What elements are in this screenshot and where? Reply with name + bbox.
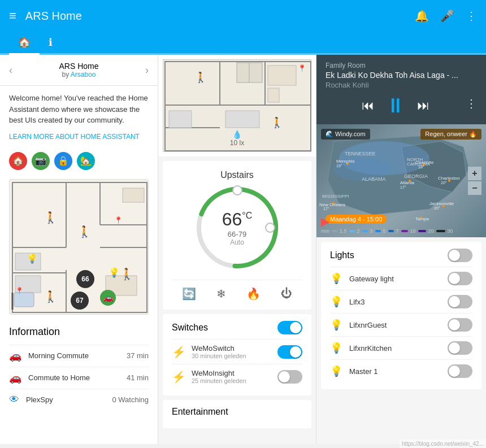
lifx3-label: Lifx3 <box>349 298 448 306</box>
ars-subtitle: by Arsaboo <box>12 71 145 79</box>
weather-label: Regen, onweer <box>425 131 467 137</box>
camera-icon-btn[interactable]: 📷 <box>32 152 50 170</box>
lock-icon-btn[interactable]: 🔒 <box>54 152 72 170</box>
map-source: 🌊 Windy.com <box>321 129 370 140</box>
thermostat-badge-66[interactable]: 66 <box>76 270 94 288</box>
music-controls: ⏮ ⏸ ⏭ <box>326 94 466 118</box>
bulb-icon-lifx3: 💡 <box>330 295 342 308</box>
switch-insight: ⚡ WeMoInsight 25 minuten geleden <box>172 364 302 389</box>
scale-bar-8 <box>436 230 445 232</box>
lifxnrguest-label: LifxnrGuest <box>349 321 448 329</box>
person-icon-3: 🚶 <box>120 267 134 281</box>
home2-icon-btn[interactable]: 🏡 <box>77 152 95 170</box>
author-link[interactable]: Arsaboo <box>71 71 96 79</box>
lifxnrguest-toggle[interactable] <box>448 318 472 332</box>
lights-main-toggle[interactable] <box>448 249 472 262</box>
wemo-switch-time: 30 minuten geleden <box>192 353 277 359</box>
map-timeline: Maandag 4 - 15:00 <box>326 215 387 224</box>
scale-bar-5 <box>388 230 394 232</box>
music-more-btn[interactable]: ⋮ <box>466 97 477 110</box>
learn-more-link[interactable]: LEARN MORE ABOUT HOME ASSISTANT <box>0 133 158 147</box>
lights-header: Lights <box>330 249 472 262</box>
light-item-master1: 💡 Master 1 <box>330 359 472 382</box>
floor-plan-top: 🚶 🚶 📍 💧 10 lx <box>158 55 316 156</box>
thermostat-badge-67[interactable]: 67 <box>71 292 89 310</box>
light-item-lifxnrguest: 💡 LifxnrGuest <box>330 313 472 336</box>
person-icon-1: 🚶 <box>77 225 92 238</box>
scale-bar-2 <box>349 230 355 232</box>
svg-point-28 <box>266 223 275 232</box>
thermostat-mode: Auto <box>222 238 253 246</box>
wemo-switch-toggle[interactable] <box>277 345 302 359</box>
wemo-switch-icon: ⚡ <box>172 345 186 359</box>
thermostat-card: Upstairs 66°C 66-79 Auto <box>163 161 311 310</box>
thermo-refresh-btn[interactable]: 🔄 <box>182 287 196 301</box>
zoom-in-btn[interactable]: + <box>468 167 481 180</box>
map-weather-badge: Regen, onweer 🔥 <box>420 129 481 140</box>
mic-icon[interactable]: 🎤 <box>440 9 454 23</box>
info-morning-commute: 🚗 Morning Commute 37 min <box>9 345 149 367</box>
wemo-insight-toggle[interactable] <box>277 370 302 384</box>
thermo-flame-btn[interactable]: 🔥 <box>246 287 261 301</box>
plexspy-value: 0 Watching <box>112 395 149 404</box>
svg-text:17°: 17° <box>323 207 329 211</box>
music-play-btn[interactable]: ⏸ <box>385 94 406 118</box>
person-icon-4: 🚶 <box>44 290 58 303</box>
ars-title-text: ARS Home <box>12 62 145 71</box>
scale-bar-4 <box>375 230 381 232</box>
bulb-icon-lifxnrkitchen: 💡 <box>330 342 342 354</box>
svg-rect-19 <box>268 66 296 85</box>
map-scale: mm 1.5 2 3 5 7 10 20 30 <box>316 228 486 234</box>
thermo-power-btn[interactable]: ⏻ <box>281 287 292 301</box>
tab-home[interactable]: 🏠 <box>9 32 40 55</box>
app-title: ARS Home <box>25 10 415 23</box>
scale-bar-7 <box>418 230 426 232</box>
more-icon[interactable]: ⋮ <box>466 9 477 23</box>
svg-text:ALABAMA: ALABAMA <box>362 176 386 182</box>
thermo-snowflake-btn[interactable]: ❄ <box>216 287 226 301</box>
music-prev-btn[interactable]: ⏮ <box>362 98 374 113</box>
svg-text:17°: 17° <box>400 185 406 189</box>
switches-main-thumb <box>290 322 301 333</box>
nav-tabs: 🏠 ℹ <box>0 32 486 55</box>
wemo-insight-info: WeMoInsight 25 minuten geleden <box>192 369 277 384</box>
gateway-light-toggle[interactable] <box>448 272 472 285</box>
tab-info[interactable]: ℹ <box>40 32 62 55</box>
thermostat-controls: 🔄 ❄ 🔥 ⏻ <box>172 280 302 301</box>
left-panel: ‹ ARS Home by Arsaboo › Welcome home! Yo… <box>0 55 158 444</box>
scale-label-mm: mm <box>321 228 329 234</box>
floor-plan-top-inner: 🚶 🚶 📍 💧 10 lx <box>163 59 311 152</box>
bell-icon[interactable]: 🔔 <box>415 9 429 23</box>
garage-icon[interactable]: 🚗 <box>100 290 116 306</box>
info-commute-home: 🚗 Commute to Home 41 min <box>9 367 149 389</box>
bulb-icon-lifxnrguest: 💡 <box>330 319 342 331</box>
switches-header: Switches <box>172 321 302 334</box>
plexspy-label: PlexSpy <box>26 395 112 404</box>
app-header: ≡ ARS Home 🔔 🎤 ⋮ <box>0 0 486 32</box>
bulb-icon-gateway: 💡 <box>330 272 342 285</box>
lights-main-thumb <box>449 250 460 261</box>
security-icon-btn[interactable]: 🏠 <box>9 152 27 170</box>
next-arrow[interactable]: › <box>145 64 149 76</box>
info-plexspy: 👁 PlexSpy 0 Watching <box>9 389 149 410</box>
music-next-btn[interactable]: ⏭ <box>417 98 429 113</box>
middle-panel: 🚶 🚶 📍 💧 10 lx Upstairs <box>158 55 316 444</box>
floor-plan-inner: 🚶 🚶 🚶 🚶 66 67 💡 💡 🚗 📍 📍 <box>10 180 148 314</box>
switches-main-toggle[interactable] <box>277 321 302 334</box>
gateway-thumb <box>449 273 460 284</box>
home-plan-icons: 🏠 📷 🔒 🏡 <box>0 147 158 175</box>
thermostat-circle: 66°C 66-79 Auto <box>192 182 283 273</box>
thermostat-temp: 66°C <box>222 209 253 230</box>
ars-title-block: ARS Home by Arsaboo <box>12 62 145 79</box>
svg-text:TENNESSEE: TENNESSEE <box>345 151 376 156</box>
menu-icon[interactable]: ≡ <box>9 8 16 23</box>
lifxnrkitchen-toggle[interactable] <box>448 341 472 355</box>
svg-text:Tampa: Tampa <box>415 216 429 221</box>
svg-text:MISSISSIPPI: MISSISSIPPI <box>322 194 349 199</box>
master1-toggle[interactable] <box>448 364 472 378</box>
lifx3-toggle[interactable] <box>448 295 472 308</box>
map-play-btn[interactable]: ▶ <box>321 215 329 228</box>
lights-card: Lights 💡 Gateway light 💡 Lifx3 <box>321 242 481 389</box>
zoom-out-btn[interactable]: − <box>468 181 481 195</box>
master1-thumb <box>449 366 460 377</box>
